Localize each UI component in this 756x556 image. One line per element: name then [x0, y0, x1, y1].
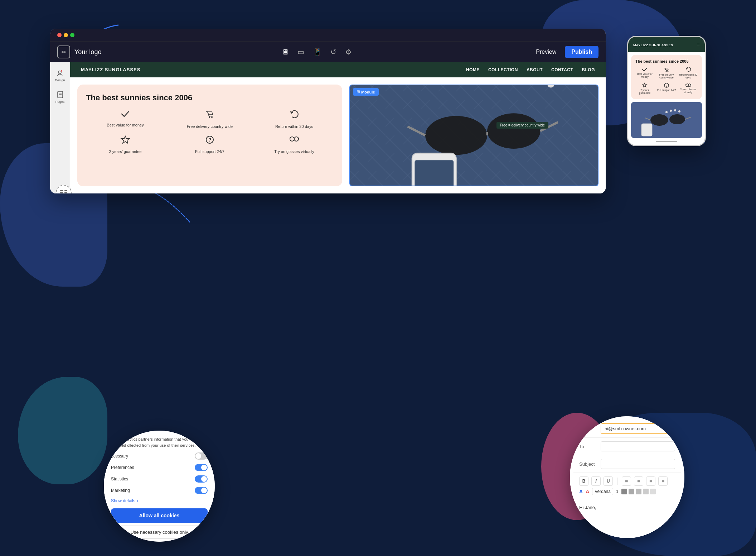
font-size-display: 1: [616, 489, 619, 494]
email-body[interactable]: Hi Jane,: [573, 499, 681, 521]
dot-minimize[interactable]: [64, 33, 68, 37]
browser-dots: [57, 33, 74, 37]
font-color-red-a[interactable]: A: [586, 489, 589, 494]
cookie-statistics-label: Statistics: [111, 476, 128, 481]
mobile-check-icon: [642, 67, 648, 72]
return-icon: [289, 110, 299, 122]
toolbar-divider: [617, 478, 617, 485]
swatch-gray[interactable]: [621, 489, 627, 494]
pages-icon: [57, 91, 64, 99]
site-nav-brand: MAYLIZZ SUNGLASSES: [81, 67, 140, 72]
svg-rect-61: [641, 124, 652, 136]
monitor-icon[interactable]: 🖥: [280, 47, 290, 58]
nav-collection[interactable]: COLLECTION: [488, 67, 518, 72]
cart-icon: [205, 110, 215, 122]
email-to-field[interactable]: [601, 441, 675, 451]
bold-button[interactable]: B: [579, 476, 588, 486]
feature-return: Return within 30 days: [255, 110, 334, 129]
font-name-selector[interactable]: Verdana: [592, 488, 613, 495]
svg-point-44: [667, 71, 668, 72]
cookie-statistics-toggle[interactable]: [195, 475, 208, 483]
browser-mockup: ✏ Your logo 🖥 ▭ 📱 ↺ ⚙ Preview Publish: [50, 29, 606, 193]
module-badge-label: Module: [361, 90, 375, 94]
cookie-marketing-toggle[interactable]: [195, 487, 208, 494]
nav-about[interactable]: ABOUT: [527, 67, 543, 72]
mobile-image-area: [631, 102, 702, 138]
swatch-verylightgray[interactable]: [650, 489, 656, 494]
svg-point-9: [211, 116, 213, 118]
svg-text:?: ?: [208, 137, 212, 143]
tablet-icon[interactable]: ▭: [296, 46, 306, 58]
mobile-hero-section: The best sunnies since 2006 Best value f…: [631, 55, 702, 99]
align-justify-button[interactable]: ≡: [658, 476, 668, 486]
mobile-feature-2-label: Free delivery country wide: [657, 73, 676, 80]
phone-icon[interactable]: 📱: [311, 46, 323, 58]
svg-point-60: [678, 110, 680, 112]
cookie-marketing-row: Marketing: [111, 487, 208, 494]
dot-close[interactable]: [57, 33, 62, 37]
free-delivery-badge-text: Free = delivery country wide: [500, 123, 545, 127]
history-icon[interactable]: ↺: [329, 46, 338, 58]
nav-home[interactable]: HOME: [466, 67, 480, 72]
preview-button[interactable]: Preview: [532, 47, 561, 57]
mobile-feature-3-label: Return within 30 days: [679, 73, 698, 80]
font-color-blue-a[interactable]: A: [579, 489, 583, 494]
mobile-feature-6-label: Try on glasses virtually: [679, 88, 698, 94]
align-left-button[interactable]: ≡: [622, 476, 631, 486]
mobile-feature-5: ? Full support 24/7: [657, 82, 676, 95]
main-container: ✏ Your logo 🖥 ▭ 📱 ↺ ⚙ Preview Publish: [50, 29, 706, 193]
publish-button[interactable]: Publish: [565, 46, 598, 58]
mobile-feature-5-label: Full support 24/7: [657, 89, 676, 92]
mobile-mockup: MAYLIZZ SUNGLASSES ≡ The best sunnies si…: [627, 36, 706, 146]
mobile-cart-icon: [664, 67, 669, 73]
cookie-necessary-toggle[interactable]: [195, 452, 208, 460]
email-compose-panel: From To Subject B I U ≡ ≡ ≡ ≡ A: [570, 416, 684, 538]
email-subject-row: Subject: [573, 455, 681, 473]
show-details-link[interactable]: Show details ›: [111, 498, 208, 503]
email-subject-field[interactable]: [601, 459, 675, 469]
sidebar-pages-item[interactable]: Pages: [55, 91, 65, 104]
underline-button[interactable]: U: [604, 476, 613, 486]
swatch-lightgray[interactable]: [629, 489, 634, 494]
email-body-text: Hi Jane,: [579, 505, 596, 510]
feature-support-label: Full support 24/7: [195, 149, 224, 154]
mobile-menu-icon[interactable]: ≡: [697, 42, 700, 48]
nav-contact[interactable]: CONTACT: [551, 67, 573, 72]
email-from-input[interactable]: [601, 423, 675, 434]
free-delivery-badge: Free = delivery country wide: [496, 122, 548, 129]
svg-point-8: [209, 116, 210, 118]
svg-point-24: [487, 113, 540, 149]
email-format-toolbar: B I U ≡ ≡ ≡ ≡ A A Verdana 1: [573, 473, 681, 499]
dot-maximize[interactable]: [70, 33, 74, 37]
feature-free-delivery-label: Free delivery country wide: [187, 124, 233, 129]
email-popup-circle: From To Subject B I U ≡ ≡ ≡ ≡ A: [570, 416, 684, 538]
mobile-home-indicator: [656, 141, 677, 142]
svg-marker-10: [121, 136, 129, 143]
allow-all-cookies-button[interactable]: Allow all cookies: [111, 508, 208, 523]
site-nav-links: HOME COLLECTION ABOUT CONTACT BLOG: [466, 67, 595, 72]
svg-text:?: ?: [665, 84, 667, 87]
swatch-lightsilver[interactable]: [643, 489, 649, 494]
align-right-button[interactable]: ≡: [646, 476, 655, 486]
email-to-label: To: [579, 444, 601, 449]
drag-icon: [60, 190, 67, 193]
mobile-help-icon: ?: [664, 82, 669, 88]
svg-point-13: [290, 137, 294, 141]
site-sidebar: Design Pages: [50, 62, 70, 193]
sidebar-design-item[interactable]: Design: [55, 69, 65, 82]
checkmark-icon: [120, 110, 130, 120]
align-center-button[interactable]: ≡: [634, 476, 643, 486]
email-from-label: From: [579, 426, 601, 431]
cookie-preferences-row: Preferences: [111, 464, 208, 471]
swatch-silver[interactable]: [636, 489, 641, 494]
svg-point-3: [61, 70, 62, 72]
svg-rect-40: [64, 190, 67, 191]
cookie-necessary-label: ecessary: [111, 454, 128, 459]
logo-text: Your logo: [74, 48, 101, 56]
nav-blog[interactable]: BLOG: [582, 67, 595, 72]
browser-titlebar: [50, 29, 606, 42]
necessary-only-button[interactable]: Use necessary cookies only: [111, 526, 208, 539]
cookie-preferences-toggle[interactable]: [195, 464, 208, 471]
italic-button[interactable]: I: [591, 476, 601, 486]
settings-icon[interactable]: ⚙: [344, 46, 353, 58]
